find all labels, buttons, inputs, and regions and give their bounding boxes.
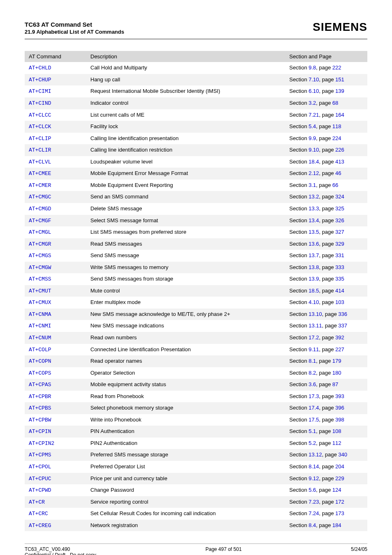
page-link[interactable]: 179 <box>332 358 341 364</box>
section-link[interactable]: 13.12 <box>309 451 322 458</box>
page-link[interactable]: 87 <box>332 381 338 387</box>
section-link[interactable]: 3.6 <box>309 381 316 387</box>
section-link[interactable]: 7.21 <box>309 112 319 118</box>
section-link[interactable]: 8.14 <box>309 463 319 470</box>
page-link[interactable]: 68 <box>332 100 338 106</box>
section-link[interactable]: 8.1 <box>309 358 316 364</box>
at-command-link[interactable]: AT+CMUT <box>29 288 51 294</box>
section-link[interactable]: 2.12 <box>309 170 319 176</box>
section-link[interactable]: 13.9 <box>309 276 319 282</box>
at-command-link[interactable]: AT+CMGC <box>29 194 51 200</box>
section-link[interactable]: 13.3 <box>309 205 319 212</box>
at-command-link[interactable]: AT+CPBR <box>29 394 51 400</box>
at-command-link[interactable]: AT+COLP <box>29 347 51 353</box>
at-command-link[interactable]: AT+CMGF <box>29 218 51 224</box>
section-link[interactable]: 18.5 <box>309 288 319 294</box>
at-command-link[interactable]: AT+CMSS <box>29 276 51 282</box>
section-link[interactable]: 17.5 <box>309 417 319 423</box>
at-command-link[interactable]: AT+CPAS <box>29 382 51 388</box>
section-link[interactable]: 9.9 <box>309 135 316 141</box>
page-link[interactable]: 224 <box>332 135 341 141</box>
page-link[interactable]: 124 <box>332 487 341 493</box>
at-command-link[interactable]: AT+CPWD <box>29 487 51 493</box>
at-command-link[interactable]: AT+CMGR <box>29 241 51 247</box>
page-link[interactable]: 151 <box>335 76 344 83</box>
at-command-link[interactable]: AT+CMEE <box>29 170 51 177</box>
at-command-link[interactable]: AT+CPBW <box>29 417 51 423</box>
page-link[interactable]: 229 <box>335 475 344 481</box>
at-command-link[interactable]: AT+CPOL <box>29 464 51 470</box>
section-link[interactable]: 17.2 <box>309 334 319 341</box>
at-command-link[interactable]: AT+CLIP <box>29 136 51 142</box>
at-command-link[interactable]: AT+CPUC <box>29 476 51 482</box>
at-command-link[interactable]: AT+CNMI <box>29 323 51 329</box>
page-link[interactable]: 172 <box>335 499 344 505</box>
at-command-link[interactable]: AT+COPS <box>29 370 51 376</box>
at-command-link[interactable]: AT+CIND <box>29 100 51 106</box>
page-link[interactable]: 227 <box>335 346 344 352</box>
at-command-link[interactable]: AT+CPIN <box>29 428 51 435</box>
page-link[interactable]: 103 <box>335 299 344 305</box>
page-link[interactable]: 324 <box>335 193 344 200</box>
page-link[interactable]: 393 <box>335 393 344 399</box>
at-command-link[interactable]: AT+CLCC <box>29 112 51 118</box>
page-link[interactable]: 66 <box>332 182 338 188</box>
at-command-link[interactable]: AT+CRC <box>29 511 48 517</box>
page-link[interactable]: 392 <box>335 334 344 341</box>
at-command-link[interactable]: AT+CLIR <box>29 147 51 153</box>
page-link[interactable]: 326 <box>335 217 344 223</box>
section-link[interactable]: 9.8 <box>309 64 316 71</box>
section-link[interactable]: 7.23 <box>309 499 319 505</box>
page-link[interactable]: 335 <box>335 276 344 282</box>
section-link[interactable]: 5.2 <box>309 440 316 446</box>
section-link[interactable]: 5.6 <box>309 487 316 493</box>
page-link[interactable]: 118 <box>332 123 341 129</box>
at-command-link[interactable]: AT+CMGW <box>29 265 51 271</box>
at-command-link[interactable]: AT+CHUP <box>29 77 51 83</box>
section-link[interactable]: 3.2 <box>309 100 316 106</box>
at-command-link[interactable]: AT+CIMI <box>29 88 51 94</box>
page-link[interactable]: 184 <box>332 522 341 528</box>
page-link[interactable]: 413 <box>335 159 344 165</box>
section-link[interactable]: 17.3 <box>309 393 319 399</box>
page-link[interactable]: 333 <box>335 264 344 270</box>
at-command-link[interactable]: AT+CLVL <box>29 159 51 165</box>
page-link[interactable]: 414 <box>335 288 344 294</box>
at-command-link[interactable]: AT+CPMS <box>29 452 51 458</box>
section-link[interactable]: 5.4 <box>309 123 316 129</box>
section-link[interactable]: 5.1 <box>309 428 316 434</box>
page-link[interactable]: 398 <box>335 417 344 423</box>
section-link[interactable]: 13.10 <box>309 311 322 317</box>
section-link[interactable]: 6.10 <box>309 88 319 94</box>
section-link[interactable]: 4.10 <box>309 299 319 305</box>
page-link[interactable]: 46 <box>335 170 341 176</box>
page-link[interactable]: 112 <box>332 440 341 446</box>
at-command-link[interactable]: AT+CPIN2 <box>29 440 54 447</box>
at-command-link[interactable]: AT+CMER <box>29 182 51 189</box>
page-link[interactable]: 336 <box>338 311 347 317</box>
page-link[interactable]: 226 <box>335 147 344 153</box>
at-command-link[interactable]: AT+CMGL <box>29 229 51 235</box>
page-link[interactable]: 222 <box>332 64 341 71</box>
section-link[interactable]: 8.2 <box>309 370 316 376</box>
at-command-link[interactable]: AT+CMUX <box>29 299 51 306</box>
page-link[interactable]: 331 <box>335 252 344 258</box>
section-link[interactable]: 13.4 <box>309 217 319 223</box>
at-command-link[interactable]: AT+CNMA <box>29 311 51 318</box>
at-command-link[interactable]: AT+CLCK <box>29 124 51 130</box>
at-command-link[interactable]: AT+COPN <box>29 358 51 364</box>
section-link[interactable]: 13.5 <box>309 229 319 235</box>
section-link[interactable]: 18.4 <box>309 159 319 165</box>
at-command-link[interactable]: AT+CMGD <box>29 206 51 212</box>
section-link[interactable]: 9.11 <box>309 346 319 352</box>
page-link[interactable]: 173 <box>335 510 344 516</box>
section-link[interactable]: 9.12 <box>309 475 319 481</box>
section-link[interactable]: 7.10 <box>309 76 319 83</box>
page-link[interactable]: 139 <box>335 88 344 94</box>
page-link[interactable]: 396 <box>335 405 344 411</box>
section-link[interactable]: 13.11 <box>309 322 322 329</box>
page-link[interactable]: 329 <box>335 241 344 247</box>
page-link[interactable]: 340 <box>338 451 347 458</box>
page-link[interactable]: 337 <box>338 322 347 329</box>
page-link[interactable]: 325 <box>335 205 344 212</box>
